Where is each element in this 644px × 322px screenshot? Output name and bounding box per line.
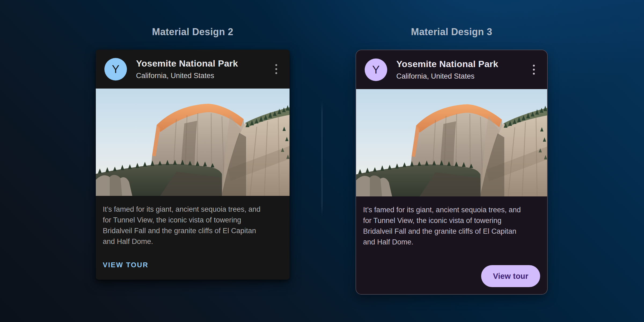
half-dome-photo: [356, 89, 547, 196]
md3-header-text: Yosemite National Park California, Unite…: [396, 59, 526, 80]
md3-card-header: Y Yosemite National Park California, Uni…: [356, 50, 547, 89]
kebab-menu-icon: [275, 68, 277, 70]
card-title: Yosemite National Park: [396, 59, 526, 69]
avatar-letter: Y: [372, 63, 380, 76]
kebab-menu-icon: [533, 73, 535, 75]
md3-card: Y Yosemite National Park California, Uni…: [356, 50, 548, 295]
avatar-letter: Y: [112, 63, 119, 76]
md2-card: Y Yosemite National Park California, Uni…: [96, 50, 290, 280]
body-line: It’s famed for its giant, ancient sequoi…: [363, 204, 539, 215]
body-line: Bridalveil Fall and the granite cliffs o…: [103, 225, 281, 236]
overflow-menu-button[interactable]: [526, 62, 541, 77]
avatar: Y: [104, 58, 127, 80]
body-line: and Half Dome.: [363, 237, 539, 247]
half-dome-photo: [96, 89, 290, 196]
view-tour-button[interactable]: VIEW TOUR: [103, 261, 148, 269]
section-label-md3: Material Design 3: [356, 26, 548, 38]
md2-card-header: Y Yosemite National Park California, Uni…: [96, 50, 290, 89]
body-line: It’s famed for its giant, ancient sequoi…: [103, 204, 281, 215]
body-line: for Tunnel View, the iconic vista of tow…: [103, 215, 281, 225]
body-line: Bridalveil Fall and the granite cliffs o…: [363, 226, 539, 237]
canvas: Material Design 2 Material Design 3 Y Yo…: [0, 0, 644, 322]
card-body-text: It’s famed for its giant, ancient sequoi…: [96, 196, 290, 247]
section-label-md2: Material Design 2: [96, 26, 290, 38]
view-tour-button[interactable]: View tour: [481, 265, 540, 287]
card-subtitle: California, United States: [396, 72, 526, 80]
card-title: Yosemite National Park: [136, 58, 269, 69]
card-body-text: It’s famed for its giant, ancient sequoi…: [356, 196, 547, 247]
body-line: and Half Dome.: [103, 236, 281, 247]
md2-card-actions: VIEW TOUR: [96, 247, 290, 269]
overflow-menu-button[interactable]: [269, 62, 284, 77]
md2-header-text: Yosemite National Park California, Unite…: [136, 58, 269, 80]
card-subtitle: California, United States: [136, 72, 269, 80]
kebab-menu-icon: [533, 65, 535, 67]
vertical-divider: [322, 101, 322, 217]
kebab-menu-icon: [275, 72, 277, 74]
avatar: Y: [365, 58, 387, 81]
body-line: for Tunnel View, the iconic vista of tow…: [363, 215, 539, 226]
kebab-menu-icon: [533, 69, 535, 71]
kebab-menu-icon: [275, 64, 277, 66]
